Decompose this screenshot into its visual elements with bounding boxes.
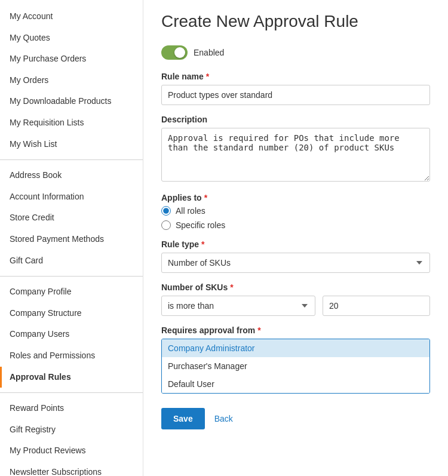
rule-name-input[interactable] <box>161 85 430 105</box>
applies-to-radio-group: All rolesSpecific roles <box>161 206 430 230</box>
sidebar-item-my-downloadable-products[interactable]: My Downloadable Products <box>0 91 143 112</box>
sku-number-input[interactable] <box>323 296 430 316</box>
radio-item-all-roles[interactable]: All roles <box>161 206 430 216</box>
sidebar-item-reward-points[interactable]: Reward Points <box>0 398 143 419</box>
listbox-item[interactable]: Default User <box>162 375 429 393</box>
approval-from-section: Requires approval from* Company Administ… <box>161 325 430 394</box>
sidebar-divider <box>0 392 143 393</box>
rule-name-label: Rule name* <box>161 72 430 81</box>
sidebar-item-approval-rules[interactable]: Approval Rules <box>0 367 143 388</box>
sidebar-item-roles-and-permissions[interactable]: Roles and Permissions <box>0 345 143 367</box>
applies-to-label: Applies to* <box>161 193 430 202</box>
sku-number-wrap <box>323 296 430 316</box>
enabled-toggle[interactable] <box>161 45 188 60</box>
sku-condition-wrap: is more thanis less thanis equal to <box>161 296 315 316</box>
required-star-applies: * <box>204 193 207 202</box>
rule-name-section: Rule name* <box>161 72 430 105</box>
sidebar-divider <box>0 276 143 277</box>
sidebar-item-my-quotes[interactable]: My Quotes <box>0 27 143 49</box>
radio-item-specific-roles[interactable]: Specific roles <box>161 220 430 230</box>
required-star: * <box>206 72 209 81</box>
rule-type-select[interactable]: Number of SKUsOrder TotalShipping CostNu… <box>161 253 430 273</box>
sku-row: is more thanis less thanis equal to <box>161 296 430 316</box>
listbox-item[interactable]: Purchaser's Manager <box>162 357 429 375</box>
sidebar-item-newsletter-subscriptions[interactable]: Newsletter Subscriptions <box>0 462 143 476</box>
rule-type-label: Rule type* <box>161 239 430 249</box>
approval-from-label: Requires approval from* <box>161 325 430 335</box>
description-textarea[interactable]: Approval is required for POs that includ… <box>161 128 430 182</box>
sku-condition-label: Number of SKUs* <box>161 282 430 292</box>
sidebar-item-company-profile[interactable]: Company Profile <box>0 281 143 303</box>
sidebar-item-company-structure[interactable]: Company Structure <box>0 303 143 324</box>
sidebar: My AccountMy QuotesMy Purchase OrdersMy … <box>0 0 143 476</box>
enabled-toggle-container: Enabled <box>161 45 430 60</box>
sidebar-item-my-account[interactable]: My Account <box>0 6 143 27</box>
radio-all-roles[interactable] <box>161 206 171 216</box>
sidebar-item-stored-payment-methods[interactable]: Stored Payment Methods <box>0 229 143 250</box>
applies-to-section: Applies to* All rolesSpecific roles <box>161 193 430 230</box>
sidebar-item-my-orders[interactable]: My Orders <box>0 70 143 91</box>
button-row: Save Back <box>161 408 430 429</box>
required-star-approval: * <box>257 325 260 335</box>
back-button[interactable]: Back <box>214 414 233 423</box>
radio-label-all-roles: All roles <box>176 206 205 216</box>
sidebar-item-gift-card[interactable]: Gift Card <box>0 250 143 272</box>
save-button[interactable]: Save <box>161 408 205 429</box>
listbox-item[interactable]: Company Administrator <box>162 339 429 357</box>
description-label: Description <box>161 115 430 124</box>
main-content: Create New Approval Rule Enabled Rule na… <box>143 0 448 476</box>
toggle-label: Enabled <box>194 48 224 57</box>
approval-from-listbox[interactable]: Company AdministratorPurchaser's Manager… <box>161 339 430 394</box>
description-section: Description Approval is required for POs… <box>161 115 430 183</box>
radio-specific-roles[interactable] <box>161 220 171 230</box>
sidebar-item-store-credit[interactable]: Store Credit <box>0 207 143 229</box>
radio-label-specific-roles: Specific roles <box>176 220 225 230</box>
sidebar-item-company-users[interactable]: Company Users <box>0 324 143 345</box>
required-star-rule-type: * <box>201 239 204 249</box>
page-title: Create New Approval Rule <box>161 12 430 31</box>
sidebar-item-my-requisition-lists[interactable]: My Requisition Lists <box>0 112 143 134</box>
sidebar-item-account-information[interactable]: Account Information <box>0 186 143 208</box>
rule-type-section: Rule type* Number of SKUsOrder TotalShip… <box>161 239 430 273</box>
sku-condition-select[interactable]: is more thanis less thanis equal to <box>161 296 315 316</box>
sidebar-item-my-product-reviews[interactable]: My Product Reviews <box>0 440 143 462</box>
sidebar-item-address-book[interactable]: Address Book <box>0 165 143 186</box>
sidebar-item-my-wish-list[interactable]: My Wish List <box>0 134 143 155</box>
sku-condition-section: Number of SKUs* is more thanis less than… <box>161 282 430 316</box>
toggle-slider <box>161 45 188 60</box>
sidebar-item-my-purchase-orders[interactable]: My Purchase Orders <box>0 48 143 70</box>
sidebar-divider <box>0 159 143 160</box>
required-star-sku: * <box>230 282 233 292</box>
sidebar-item-gift-registry[interactable]: Gift Registry <box>0 419 143 441</box>
